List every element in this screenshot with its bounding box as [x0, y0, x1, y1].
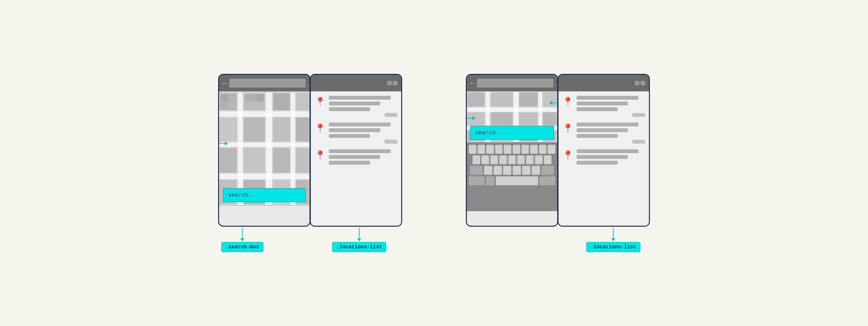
kb-key[interactable] — [495, 145, 503, 154]
svg-rect-36 — [491, 93, 513, 107]
list-line — [329, 155, 380, 159]
map-arrow-1 — [218, 142, 228, 145]
phone-header-2: ← — [467, 75, 557, 91]
kb-key[interactable] — [530, 145, 538, 154]
kb-key[interactable] — [544, 155, 552, 164]
list-line — [329, 107, 370, 111]
search-box-annotation-2-top: .search-box — [549, 91, 558, 115]
kb-key[interactable] — [482, 155, 489, 164]
phone-map-2: ← — [466, 74, 558, 227]
kb-shift-key[interactable] — [470, 166, 483, 175]
kb-row-2 — [469, 155, 555, 164]
list-line — [577, 128, 628, 132]
locations-list-label-2: .locations-list — [586, 242, 640, 252]
annotations-row-1: .search-box .locations-list — [218, 228, 402, 252]
kb-key[interactable] — [504, 145, 512, 154]
kb-key[interactable] — [522, 145, 529, 154]
locations-list-annotation-1: .locations-list — [332, 228, 386, 252]
kb-return-key[interactable] — [539, 176, 555, 185]
kb-key[interactable] — [548, 145, 555, 154]
list-content-1: 📍 📍 — [311, 91, 401, 226]
header-dot-4 — [641, 81, 645, 85]
svg-rect-12 — [244, 118, 265, 141]
kb-key[interactable] — [539, 145, 547, 154]
svg-rect-24 — [229, 94, 236, 102]
pin-icon-1: 📍 — [315, 96, 326, 107]
search-box-1[interactable]: search... — [223, 188, 306, 202]
kb-key[interactable] — [484, 166, 492, 175]
phone-header-list-2 — [558, 75, 649, 91]
kb-emoji-key[interactable] — [486, 176, 495, 185]
kb-key[interactable] — [513, 145, 520, 154]
list-lines-6 — [577, 149, 645, 165]
map-arrow-2 — [466, 116, 476, 120]
kb-row-4 — [469, 176, 555, 185]
search-input-1[interactable]: search... — [223, 188, 306, 202]
kb-key[interactable] — [513, 166, 521, 175]
kb-key[interactable] — [508, 155, 516, 164]
map-annotation-1: .map — [218, 138, 228, 149]
kb-delete-key[interactable] — [541, 166, 554, 175]
kb-key[interactable] — [535, 155, 542, 164]
kb-key[interactable] — [486, 145, 494, 154]
back-arrow-icon-2: ← — [471, 79, 474, 87]
list-lines-1 — [329, 96, 397, 117]
list-line — [329, 102, 380, 105]
list-line — [329, 128, 380, 132]
svg-rect-17 — [273, 148, 290, 172]
svg-rect-18 — [296, 148, 309, 172]
search-box-label-1: .search-box — [221, 242, 263, 252]
list-item-3: 📍 — [315, 149, 397, 165]
header-dot-3 — [635, 81, 640, 85]
list-line — [329, 123, 391, 126]
map-area-2: search... — [467, 91, 557, 142]
phone-header-list-1 — [311, 75, 401, 91]
pin-icon-2: 📍 — [315, 123, 326, 134]
locations-arrow-tip-1 — [357, 238, 361, 241]
svg-rect-3 — [219, 173, 310, 179]
kb-key[interactable] — [532, 166, 540, 175]
list-item-1: 📍 — [315, 96, 397, 117]
search-arrow-tip-1 — [240, 238, 244, 241]
kb-key[interactable] — [472, 155, 480, 164]
kb-space-key[interactable] — [496, 176, 538, 185]
kb-123-key[interactable] — [469, 176, 485, 185]
list-line — [329, 161, 370, 165]
map-annotation-2: .map — [466, 113, 476, 123]
kb-key[interactable] — [477, 145, 485, 154]
list-item-2: 📍 — [315, 123, 397, 143]
list-lines-4 — [577, 96, 645, 117]
svg-rect-25 — [221, 102, 228, 109]
list-tag — [632, 113, 645, 117]
pin-icon-3: 📍 — [315, 150, 326, 161]
kb-key[interactable] — [503, 166, 512, 175]
list-line — [577, 123, 639, 126]
kb-key[interactable] — [526, 155, 534, 164]
list-line — [577, 107, 618, 111]
svg-rect-40 — [491, 112, 513, 125]
svg-rect-23 — [221, 94, 228, 102]
kb-key[interactable] — [522, 166, 530, 175]
search-input-2[interactable]: search... — [470, 126, 554, 140]
list-tag — [632, 140, 645, 143]
phone-header-1: ← — [219, 75, 310, 91]
list-line — [329, 134, 370, 138]
list-item-6: 📍 — [562, 149, 645, 165]
diagram-1: ← — [218, 74, 402, 227]
list-line — [577, 155, 628, 159]
svg-rect-1 — [219, 111, 310, 117]
locations-arrow-line-2 — [613, 228, 614, 237]
kb-key[interactable] — [499, 155, 507, 164]
search-box-2[interactable]: search... — [470, 126, 554, 140]
svg-rect-2 — [219, 142, 310, 147]
kb-key[interactable] — [469, 145, 476, 154]
kb-key[interactable] — [490, 155, 498, 164]
kb-key[interactable] — [517, 155, 525, 164]
list-tag — [385, 140, 397, 143]
list-line — [577, 102, 628, 105]
kb-key[interactable] — [494, 166, 502, 175]
pin-icon-4: 📍 — [562, 96, 574, 107]
list-tag — [385, 113, 397, 117]
locations-arrow-tip-2 — [611, 238, 615, 241]
diagram-2: ← — [466, 74, 650, 227]
